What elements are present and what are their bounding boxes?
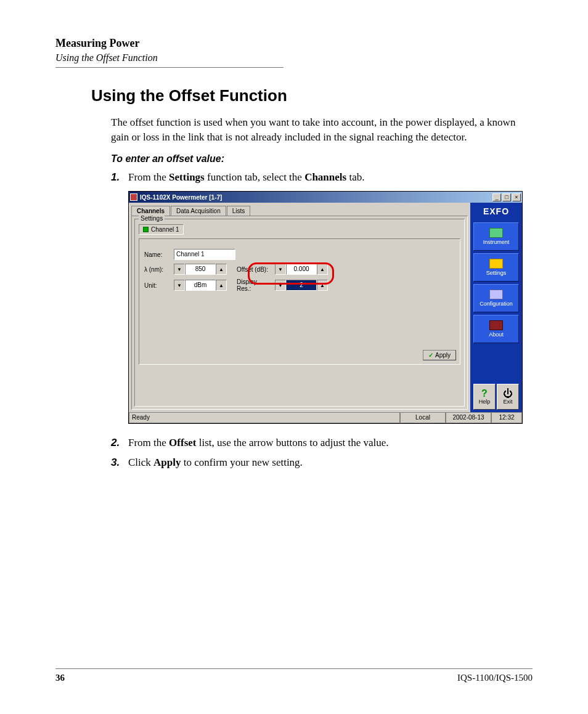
nav-settings-label: Settings <box>486 270 507 276</box>
running-header: Measuring Power Using the Offset Functio… <box>55 37 533 68</box>
tab-row: Channels Data Acquisition Lists <box>129 203 470 216</box>
window-titlebar[interactable]: IQS-1102X Powermeter [1-7] _ □ × <box>129 192 522 203</box>
exit-label: Exit <box>503 399 512 405</box>
section-subtitle: Using the Offset Function <box>55 52 533 63</box>
apply-label: Apply <box>435 352 451 359</box>
channel-button-label: Channel 1 <box>151 226 179 233</box>
settings-icon <box>489 259 503 269</box>
offset-down-button[interactable]: ▼ <box>275 264 286 275</box>
step-text: From the Offset list, use the arrow butt… <box>128 435 533 451</box>
wavelength-down-button[interactable]: ▼ <box>174 264 185 275</box>
minimize-button[interactable]: _ <box>492 193 501 201</box>
display-res-spinner[interactable]: ▼ 2 ▲ <box>275 280 328 291</box>
chapter-title: Measuring Power <box>55 37 533 50</box>
status-local: Local <box>400 413 446 423</box>
status-date: 2002-08-13 <box>446 413 491 423</box>
nav-configuration-label: Configuration <box>480 301 513 307</box>
nav-instrument-label: Instrument <box>483 239 510 245</box>
name-label: Name: <box>144 251 170 258</box>
offset-spinner[interactable]: ▼ 0.000 ▲ <box>275 264 328 275</box>
close-button[interactable]: × <box>512 193 521 201</box>
name-input[interactable]: Channel 1 <box>174 249 235 260</box>
app-window: IQS-1102X Powermeter [1-7] _ □ × Channel… <box>128 191 523 424</box>
step-text: From the Settings function tab, select t… <box>128 169 533 185</box>
maximize-button[interactable]: □ <box>502 193 511 201</box>
offset-value[interactable]: 0.000 <box>286 264 317 275</box>
wavelength-spinner[interactable]: ▼ 850 ▲ <box>174 264 227 275</box>
unit-up-button[interactable]: ▲ <box>216 280 227 291</box>
procedure-steps-cont: 2. From the Offset list, use the arrow b… <box>111 435 533 470</box>
nav-configuration[interactable]: Configuration <box>473 284 519 312</box>
document-id: IQS-1100/IQS-1500 <box>457 673 533 683</box>
channel-1-button[interactable]: Channel 1 <box>139 224 184 235</box>
help-button[interactable]: ? Help <box>473 384 496 410</box>
exit-button[interactable]: ⏻ Exit <box>497 384 519 410</box>
step-3: 3. Click Apply to confirm your new setti… <box>111 455 533 471</box>
apply-button[interactable]: ✓ Apply <box>423 350 456 360</box>
procedure-heading: To enter an offset value: <box>111 153 533 164</box>
intro-paragraph: The offset function is used when you wan… <box>111 115 518 145</box>
status-bar: Ready Local 2002-08-13 12:32 <box>129 412 522 423</box>
offset-up-button[interactable]: ▲ <box>317 264 328 275</box>
settings-legend: Settings <box>139 215 165 222</box>
status-ready: Ready <box>129 413 400 423</box>
window-title: IQS-1102X Powermeter [1-7] <box>140 194 492 201</box>
help-label: Help <box>479 399 491 405</box>
check-icon: ✓ <box>428 352 433 359</box>
unit-spinner[interactable]: ▼ dBm ▲ <box>174 280 227 291</box>
about-icon <box>489 320 503 330</box>
tab-lists[interactable]: Lists <box>227 206 251 216</box>
tab-data-acquisition[interactable]: Data Acquisition <box>171 206 226 216</box>
settings-group: Settings Channel 1 Name: Channel 1 λ (nm… <box>134 219 465 407</box>
nav-instrument[interactable]: Instrument <box>473 222 519 251</box>
step-number: 3. <box>111 455 128 471</box>
side-nav: EXFO Instrument Settings Configuration A… <box>470 203 522 412</box>
offset-label: Offset (dB): <box>237 266 271 273</box>
display-res-up-button[interactable]: ▲ <box>317 280 328 291</box>
help-icon: ? <box>481 389 488 399</box>
nav-settings[interactable]: Settings <box>473 253 519 282</box>
main-pane: Channels Data Acquisition Lists Settings… <box>129 203 470 412</box>
app-icon <box>130 193 137 201</box>
step-text: Click Apply to confirm your new setting. <box>128 455 533 471</box>
step-1: 1. From the Settings function tab, selec… <box>111 169 533 185</box>
header-rule <box>55 67 284 68</box>
step-number: 2. <box>111 435 128 451</box>
display-res-value[interactable]: 2 <box>286 280 317 291</box>
channel-form: Name: Channel 1 λ (nm): ▼ 850 ▲ Offset (… <box>139 238 460 365</box>
display-res-label: Display Res.: <box>237 278 271 292</box>
wavelength-up-button[interactable]: ▲ <box>216 264 227 275</box>
nav-about-label: About <box>489 331 504 338</box>
page-title: Using the Offset Function <box>91 86 533 105</box>
footer-rule <box>55 668 533 669</box>
brand-logo: EXFO <box>472 204 521 221</box>
display-res-down-button[interactable]: ▼ <box>275 280 286 291</box>
channel-indicator-icon <box>143 227 149 232</box>
wavelength-value[interactable]: 850 <box>185 264 216 275</box>
procedure-steps: 1. From the Settings function tab, selec… <box>111 169 533 185</box>
page-footer: 36 IQS-1100/IQS-1500 <box>55 668 533 683</box>
unit-label: Unit: <box>144 282 170 289</box>
step-number: 1. <box>111 169 128 185</box>
page-number: 36 <box>55 673 65 683</box>
unit-value[interactable]: dBm <box>185 280 216 291</box>
status-time: 12:32 <box>491 413 522 423</box>
step-2: 2. From the Offset list, use the arrow b… <box>111 435 533 451</box>
unit-down-button[interactable]: ▼ <box>174 280 185 291</box>
wavelength-label: λ (nm): <box>144 266 170 273</box>
nav-about[interactable]: About <box>473 315 519 343</box>
power-icon: ⏻ <box>503 389 513 399</box>
instrument-icon <box>489 228 503 238</box>
configuration-icon <box>489 290 503 299</box>
